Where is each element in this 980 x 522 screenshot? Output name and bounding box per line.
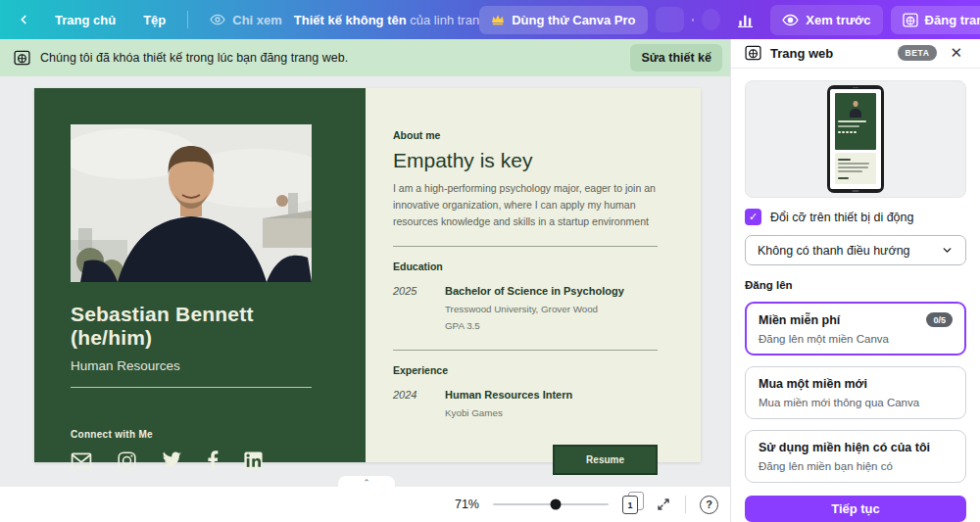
document-title-text: Thiết kế không tên — [294, 13, 407, 27]
try-pro-label: Dùng thử Canva Pro — [512, 13, 635, 27]
fullscreen-button[interactable] — [656, 497, 671, 512]
mini-text-line — [838, 177, 849, 179]
mini-design-body — [835, 153, 876, 184]
close-icon[interactable]: ✕ — [946, 42, 966, 64]
chevron-left-icon — [17, 13, 30, 26]
menu-file[interactable]: Tệp — [131, 5, 177, 35]
facebook-icon[interactable] — [208, 451, 219, 470]
person-name: Sebastian Bennett (he/him) — [71, 303, 329, 350]
design-canvas[interactable]: Sebastian Bennett (he/him) Human Resourc… — [0, 76, 730, 487]
education-gpa: GPA 3.5 — [445, 319, 624, 334]
mini-design-header — [835, 93, 876, 150]
tablet-home-button — [853, 190, 859, 192]
faded-toolbar-placeholder — [656, 7, 684, 32]
option-subtitle: Mua miền mới thông qua Canva — [759, 397, 953, 408]
view-only-indicator[interactable]: Chỉ xem — [198, 4, 294, 35]
zoom-slider-knob[interactable] — [550, 499, 561, 510]
mini-text-line — [838, 163, 869, 165]
option-free-domain[interactable]: Miền miễn phí 0/5 Đăng lên một miền Canv… — [745, 302, 966, 356]
page-number: 1 — [627, 500, 632, 510]
try-pro-button[interactable]: Dùng thử Canva Pro — [479, 6, 647, 34]
mini-text-line — [838, 159, 851, 161]
zoom-slider[interactable] — [493, 498, 609, 511]
education-label: Education — [393, 261, 658, 272]
instagram-icon[interactable] — [118, 451, 136, 470]
document-owner-text: của linh tran — [410, 13, 479, 27]
education-year: 2025 — [393, 285, 420, 333]
option-buy-domain[interactable]: Mua một miền mới Mua miền mới thông qua … — [745, 366, 966, 419]
tablet-screen — [830, 89, 881, 189]
faded-avatar-placeholder — [702, 9, 720, 30]
about-text: I am a high-performing psychology major,… — [393, 180, 658, 229]
lock-notice-message: Chúng tôi đã khóa thiết kế trong lúc bạn… — [40, 51, 620, 65]
option-subtitle: Đăng lên một miền Canva — [759, 333, 953, 345]
chevron-down-icon — [941, 244, 954, 257]
person-role: Human Resources — [71, 358, 329, 373]
profile-photo-illustration — [71, 124, 312, 282]
website-icon — [903, 13, 918, 27]
menu-home-label: Trang chủ — [55, 13, 116, 27]
divider — [71, 387, 312, 388]
bar-chart-icon — [737, 13, 754, 27]
profile-photo — [71, 124, 312, 282]
document-title[interactable]: Thiết kế không tên của linh tran — [294, 13, 479, 27]
bottom-bar-divider — [685, 496, 686, 513]
connect-label: Connect with Me — [71, 429, 329, 440]
option-title: Miền miễn phí — [759, 313, 840, 327]
mini-text-line — [838, 166, 868, 168]
divider — [393, 350, 658, 351]
toolbar-divider — [187, 11, 188, 28]
mobile-preview-card — [745, 80, 966, 199]
option-existing-domain[interactable]: Sử dụng miền hiện có của tôi Đăng lên mi… — [745, 430, 966, 483]
tablet-mockup — [827, 85, 884, 193]
menu-file-label: Tệp — [143, 13, 166, 27]
about-label: About me — [393, 129, 658, 141]
mobile-resize-label: Đổi cỡ trên thiết bị di động — [770, 211, 913, 224]
beta-badge: BETA — [898, 45, 938, 61]
mini-text-line — [838, 170, 862, 172]
menu-home[interactable]: Trang chủ — [43, 5, 127, 35]
tablet-camera — [853, 87, 858, 89]
option-title: Sử dụng miền hiện có của tôi — [759, 441, 930, 454]
top-toolbar: Trang chủ Tệp Chỉ xem Thiết kế không tên… — [0, 0, 980, 39]
option-subtitle: Đăng lên miền bạn hiện có — [759, 460, 953, 472]
website-icon — [745, 45, 761, 61]
publish-website-button[interactable]: Đăng trang web — [891, 6, 980, 34]
insights-button[interactable] — [728, 6, 762, 34]
option-title: Mua một miền mới — [759, 377, 867, 391]
sidebar-title: Trang web — [770, 46, 833, 61]
canva-editor: Trang chủ Tệp Chỉ xem Thiết kế không tên… — [0, 0, 980, 522]
website-icon — [14, 50, 30, 66]
help-button[interactable]: ? — [700, 496, 718, 514]
email-icon[interactable] — [71, 452, 92, 469]
preview-label: Xem trước — [806, 13, 870, 27]
mobile-resize-toggle[interactable]: ✓ Đổi cỡ trên thiết bị di động — [745, 209, 966, 225]
help-label: ? — [706, 498, 712, 510]
mini-text-line — [838, 120, 866, 122]
page-count-button[interactable]: 1 — [622, 494, 642, 515]
resume-button[interactable]: Resume — [553, 445, 658, 475]
bottom-toolbar: ⌃ 71% 1 ? — [0, 487, 730, 522]
back-button[interactable] — [8, 6, 39, 33]
checkbox-checked-icon[interactable]: ✓ — [745, 209, 761, 225]
experience-label: Experience — [393, 364, 658, 376]
toolbar-left: Trang chủ Tệp Chỉ xem — [8, 4, 294, 35]
preview-button[interactable]: Xem trước — [770, 5, 882, 35]
faded-dot — [692, 19, 695, 22]
publish-sidebar: Trang web BETA ✕ — [730, 39, 980, 522]
education-school: Tresswood University, Grover Wood — [445, 303, 624, 317]
sidebar-header: Trang web BETA ✕ — [731, 39, 980, 69]
expand-icon — [656, 497, 671, 512]
twitter-icon[interactable] — [162, 451, 182, 469]
workspace: Chúng tôi đã khóa thiết kế trong lúc bạn… — [0, 39, 730, 522]
navigation-dropdown[interactable]: Không có thanh điều hướng — [745, 235, 966, 265]
view-only-label: Chỉ xem — [232, 13, 282, 27]
edit-design-button[interactable]: Sửa thiết kế — [630, 44, 722, 71]
quota-badge: 0/5 — [926, 312, 953, 327]
divider — [393, 246, 658, 247]
collapse-panel-tab[interactable]: ⌃ — [338, 476, 395, 487]
experience-title: Human Resources Intern — [445, 389, 572, 401]
continue-button[interactable]: Tiếp tục — [745, 496, 966, 522]
mini-text-line — [838, 125, 859, 127]
linkedin-icon[interactable] — [244, 451, 263, 470]
